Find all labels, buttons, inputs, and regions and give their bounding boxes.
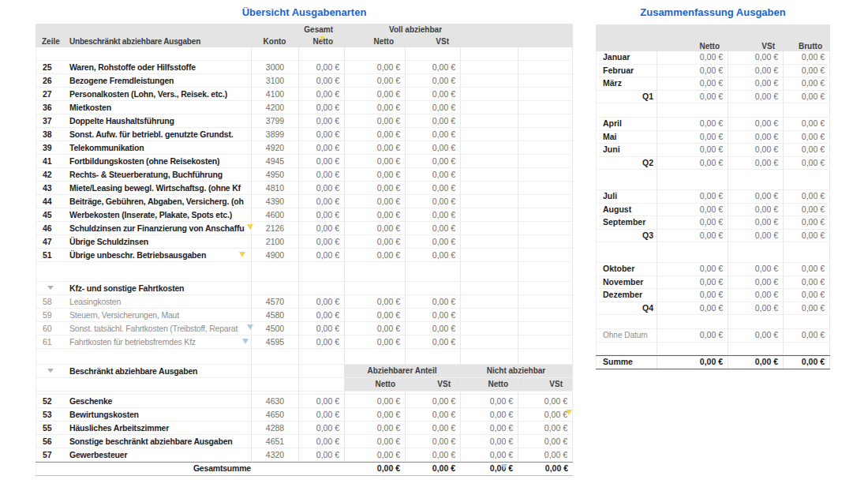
empty-cell[interactable] xyxy=(460,262,518,281)
cell-gesamt-netto[interactable]: 0,00 € xyxy=(298,61,344,73)
cell-voll-abziehbar-vst[interactable]: 0,00 € xyxy=(405,74,460,87)
empty-cell[interactable] xyxy=(460,295,518,308)
cell-abziehbar-netto[interactable]: 0,00 € xyxy=(344,422,405,434)
cell-voll-abziehbar-netto[interactable]: 0,00 € xyxy=(344,295,405,308)
cell-netto[interactable]: 0,00 € xyxy=(657,131,728,144)
cell-expense-label[interactable]: Werbekosten (Inserate, Plakate, Spots et… xyxy=(67,208,251,221)
empty-cell[interactable] xyxy=(518,101,573,114)
cell-abziehbar-netto[interactable]: 0,00 € xyxy=(344,408,405,421)
empty-cell[interactable] xyxy=(460,74,518,87)
month-label[interactable]: Oktober xyxy=(596,263,657,275)
cell-konto[interactable]: 4500 xyxy=(251,322,298,335)
header-vst[interactable]: VSt xyxy=(728,42,783,51)
cell-abziehbar-vst[interactable]: 0,00 € xyxy=(405,435,460,448)
cell-konto[interactable]: 3899 xyxy=(251,128,298,141)
cell-vst[interactable]: 0,00 € xyxy=(728,329,783,342)
cell-brutto[interactable]: 0,00 € xyxy=(783,190,830,203)
cell-expense-label[interactable]: Geschenke xyxy=(67,395,251,407)
empty-cell[interactable] xyxy=(518,222,573,234)
cell-abziehbar-vst[interactable]: 0,00 € xyxy=(405,422,460,434)
cell-expense-label[interactable]: Sonst. tatsächl. Fahrtkosten (Treibstoff… xyxy=(67,322,251,335)
empty-cell[interactable] xyxy=(344,392,405,394)
cell-brutto[interactable]: 0,00 € xyxy=(783,263,830,275)
cell-voll-abziehbar-vst[interactable]: 0,00 € xyxy=(405,309,460,321)
cell-konto[interactable]: 4390 xyxy=(251,195,298,208)
comment-indicator-icon[interactable] xyxy=(501,464,507,470)
empty-cell[interactable] xyxy=(460,235,518,248)
cell-expense-label[interactable]: Sonst. Aufw. für betriebl. genutzte Grun… xyxy=(67,128,251,141)
empty-cell[interactable] xyxy=(460,249,518,261)
cell-gesamt-netto[interactable]: 0,00 € xyxy=(298,155,344,167)
empty-cell[interactable] xyxy=(728,315,783,328)
cell-voll-abziehbar-netto[interactable]: 0,00 € xyxy=(344,235,405,248)
empty-cell[interactable] xyxy=(518,155,573,167)
cell-brutto[interactable]: 0,00 € xyxy=(783,276,830,289)
cell-zeile[interactable]: 42 xyxy=(36,168,67,181)
empty-cell[interactable] xyxy=(460,182,518,194)
empty-cell[interactable] xyxy=(251,365,298,377)
empty-cell[interactable] xyxy=(251,378,298,391)
empty-cell[interactable] xyxy=(518,168,573,181)
cell-vst[interactable]: 0,00 € xyxy=(728,65,783,77)
cell-voll-abziehbar-vst[interactable]: 0,00 € xyxy=(405,222,460,234)
cell-vst[interactable]: 0,00 € xyxy=(728,289,783,302)
empty-cell[interactable] xyxy=(67,378,251,391)
month-label[interactable]: Mai xyxy=(596,131,657,144)
cell-gesamt-netto[interactable]: 0,00 € xyxy=(298,208,344,221)
empty-cell[interactable] xyxy=(460,101,518,114)
cell-brutto[interactable]: 0,00 € xyxy=(783,216,830,229)
cell-konto[interactable]: 3000 xyxy=(251,61,298,73)
empty-cell[interactable] xyxy=(460,61,518,73)
cell-nicht-abziehbar-vst[interactable]: 0,00 € xyxy=(518,408,573,421)
cell-vst[interactable]: 0,00 € xyxy=(728,131,783,144)
empty-cell[interactable] xyxy=(36,262,67,281)
cell-brutto[interactable]: 0,00 € xyxy=(783,131,830,144)
cell-voll-abziehbar-netto[interactable]: 0,00 € xyxy=(344,88,405,100)
cell-zeile[interactable]: 59 xyxy=(36,309,67,321)
empty-cell[interactable] xyxy=(298,392,344,394)
cell-voll-abziehbar-netto[interactable]: 0,00 € xyxy=(344,322,405,335)
comment-indicator-icon[interactable] xyxy=(566,410,572,415)
empty-cell[interactable] xyxy=(460,114,518,127)
empty-cell[interactable] xyxy=(36,47,67,60)
month-label[interactable]: Juni xyxy=(596,144,657,156)
cell-expense-label[interactable]: Fahrtkosten für betriebsfremdes Kfz xyxy=(67,335,251,348)
cell-netto[interactable]: 0,00 € xyxy=(657,204,728,216)
cell-zeile[interactable]: 61 xyxy=(36,335,67,348)
cell-nicht-abziehbar-netto[interactable]: 0,00 € xyxy=(460,435,518,448)
cell-voll-abziehbar-vst[interactable]: 0,00 € xyxy=(405,88,460,100)
cell-total-nicht-vst[interactable]: 0,00 € xyxy=(518,463,573,475)
cell-voll-abziehbar-vst[interactable]: 0,00 € xyxy=(405,249,460,261)
cell-nicht-abziehbar-netto[interactable]: 0,00 € xyxy=(460,448,518,461)
clipped-text-indicator-icon[interactable] xyxy=(247,224,253,230)
cell-voll-abziehbar-vst[interactable]: 0,00 € xyxy=(405,168,460,181)
cell-brutto[interactable]: 0,00 € xyxy=(783,329,830,342)
cell-konto[interactable]: 4100 xyxy=(251,88,298,100)
empty-cell[interactable] xyxy=(460,392,518,394)
cell-konto[interactable]: 3799 xyxy=(251,114,298,127)
month-label[interactable]: März xyxy=(596,77,657,90)
month-label[interactable]: September xyxy=(596,216,657,229)
cell-vst[interactable]: 0,00 € xyxy=(728,230,783,242)
comment-indicator-icon[interactable] xyxy=(320,36,324,41)
cell-vst[interactable]: 0,00 € xyxy=(728,356,783,369)
cell-konto[interactable]: 4651 xyxy=(251,435,298,448)
cell-netto[interactable]: 0,00 € xyxy=(657,263,728,275)
cell-abziehbar-vst[interactable]: 0,00 € xyxy=(405,408,460,421)
empty-cell[interactable] xyxy=(596,103,657,117)
empty-cell[interactable] xyxy=(460,88,518,100)
empty-cell[interactable] xyxy=(518,249,573,261)
cell-konto[interactable]: 4320 xyxy=(251,448,298,461)
cell-nicht-abziehbar-netto[interactable]: 0,00 € xyxy=(460,422,518,434)
cell-voll-abziehbar-netto[interactable]: 0,00 € xyxy=(344,168,405,181)
cell-voll-abziehbar-netto[interactable]: 0,00 € xyxy=(344,114,405,127)
cell-vst[interactable]: 0,00 € xyxy=(728,144,783,156)
cell-zeile[interactable]: 45 xyxy=(36,208,67,221)
month-label[interactable]: Dezember xyxy=(596,289,657,302)
empty-cell[interactable] xyxy=(460,322,518,335)
cell-gesamt-netto[interactable]: 0,00 € xyxy=(298,114,344,127)
cell-vst[interactable]: 0,00 € xyxy=(728,204,783,216)
empty-cell[interactable] xyxy=(518,182,573,194)
cell-brutto[interactable]: 0,00 € xyxy=(783,356,830,369)
cell-konto[interactable]: 4945 xyxy=(251,155,298,167)
